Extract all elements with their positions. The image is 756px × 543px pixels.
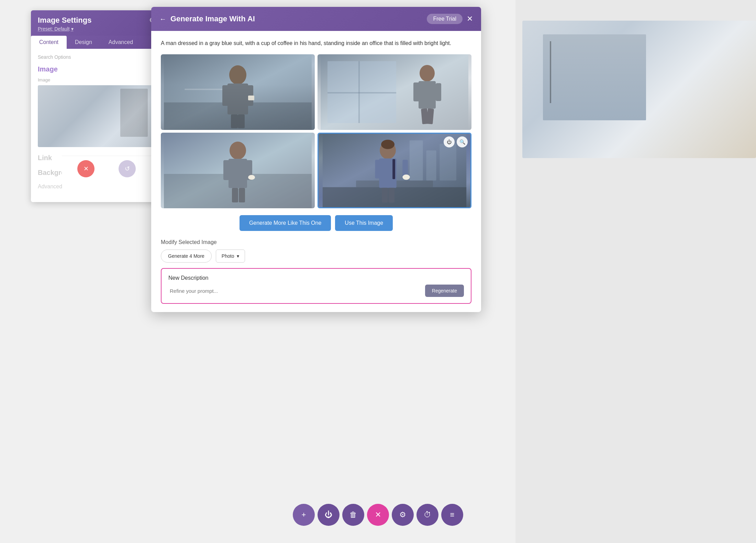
svg-rect-5 [222, 85, 229, 106]
float-menu-button[interactable]: ≡ [441, 504, 463, 526]
close-button[interactable]: ✕ [467, 14, 473, 23]
back-arrow-icon[interactable]: ← [159, 15, 166, 23]
svg-point-3 [229, 65, 246, 85]
person-svg-2 [318, 54, 471, 130]
advanced-section-title: Advanced [38, 184, 155, 190]
svg-rect-2 [164, 102, 312, 130]
svg-rect-40 [375, 160, 381, 178]
undo-button[interactable]: ↺ [119, 160, 136, 177]
svg-rect-25 [223, 160, 230, 180]
prompt-text: A man dressed in a gray blue suit, with … [161, 39, 471, 47]
svg-point-27 [248, 175, 255, 180]
settings-preset[interactable]: Preset: Default ▾ [38, 26, 155, 32]
generate-4-button[interactable]: Generate 4 More [161, 250, 212, 263]
image-preview[interactable] [38, 85, 155, 147]
svg-rect-35 [440, 144, 456, 180]
svg-rect-28 [232, 188, 238, 202]
svg-rect-24 [229, 159, 247, 188]
svg-rect-44 [388, 188, 394, 203]
svg-rect-29 [239, 188, 245, 202]
svg-rect-39 [392, 159, 395, 179]
generate-more-button[interactable]: Generate More Like This One [240, 215, 331, 231]
float-power-button[interactable]: ⏻ [318, 504, 340, 526]
modify-section: Modify Selected Image Generate 4 More Ph… [161, 239, 471, 263]
float-timer-button[interactable]: ⏱ [416, 504, 438, 526]
new-desc-title: New Description [168, 275, 464, 281]
float-settings-button[interactable]: ⚙ [392, 504, 414, 526]
desc-input-row: Regenerate [168, 285, 464, 297]
regenerate-button[interactable]: Regenerate [425, 285, 464, 297]
person-svg-1 [161, 54, 315, 130]
new-description-section: New Description Regenerate [161, 268, 471, 304]
grid-cell-3[interactable] [161, 133, 315, 208]
ai-modal-header: ← Generate Image With AI Free Trial ✕ [151, 7, 481, 31]
cell-4-icons: ⏻ 🔍 [444, 136, 468, 147]
background-panel [515, 0, 756, 543]
bottom-toolbar: ✕ ↺ ↻ [62, 156, 162, 181]
svg-rect-34 [426, 151, 436, 181]
cell-zoom-icon[interactable]: 🔍 [457, 136, 468, 147]
search-options: Search Options [38, 54, 155, 60]
header-right: Free Trial ✕ [427, 14, 473, 24]
modify-controls: Generate 4 More Photo ▾ [161, 250, 471, 263]
image-section-title: Image [38, 65, 155, 73]
image-grid: ⏻ 🔍 [161, 54, 471, 208]
svg-rect-9 [248, 96, 254, 100]
float-toolbar: + ⏻ 🗑 ✕ ⚙ ⏱ ≡ [293, 504, 463, 526]
settings-header: Image Settings ⚙ Preset: Default ▾ [31, 10, 162, 36]
grid-cell-4[interactable]: ⏻ 🔍 [318, 133, 471, 208]
svg-rect-7 [231, 114, 238, 128]
float-add-button[interactable]: + [293, 504, 315, 526]
svg-rect-1 [185, 89, 246, 90]
svg-point-42 [402, 175, 410, 180]
style-select[interactable]: Photo ▾ [216, 250, 245, 263]
svg-rect-4 [227, 84, 248, 114]
grid-cell-1[interactable] [161, 54, 315, 130]
settings-title-text: Image Settings [38, 16, 91, 25]
person-svg-3 [161, 133, 315, 208]
action-row: Generate More Like This One Use This Ima… [161, 215, 471, 231]
ai-modal-title: Generate Image With AI [170, 14, 255, 23]
description-input[interactable] [168, 285, 422, 297]
cell-power-icon[interactable]: ⏻ [444, 136, 455, 147]
background-office-image [522, 21, 756, 158]
float-delete-button[interactable]: 🗑 [342, 504, 364, 526]
svg-rect-18 [436, 83, 441, 101]
settings-panel: Image Settings ⚙ Preset: Default ▾ Conte… [31, 10, 162, 202]
image-label: Image [38, 77, 155, 82]
settings-title-row: Image Settings ⚙ [38, 16, 155, 25]
ai-modal-body: A man dressed in a gray blue suit, with … [151, 31, 481, 312]
float-close-button[interactable]: ✕ [367, 504, 389, 526]
settings-tabs: Content Design Advanced [31, 36, 162, 49]
svg-rect-33 [410, 140, 423, 180]
tab-advanced[interactable]: Advanced [100, 36, 141, 49]
svg-point-15 [420, 65, 435, 81]
svg-rect-16 [419, 81, 436, 109]
cancel-button[interactable]: ✕ [77, 160, 94, 177]
svg-rect-43 [382, 188, 388, 203]
ai-modal-title-area: ← Generate Image With AI [159, 14, 255, 23]
svg-rect-14 [327, 92, 396, 93]
free-trial-badge[interactable]: Free Trial [427, 14, 463, 24]
modify-title: Modify Selected Image [161, 239, 471, 245]
svg-rect-8 [238, 114, 245, 128]
svg-point-23 [230, 142, 246, 159]
tab-design[interactable]: Design [67, 36, 100, 49]
grid-cell-2[interactable] [318, 54, 471, 130]
grid-image-2 [318, 54, 471, 130]
use-image-button[interactable]: Use This Image [335, 215, 393, 231]
svg-rect-17 [413, 82, 420, 101]
grid-image-1 [161, 54, 315, 130]
svg-rect-6 [246, 85, 253, 106]
tab-content[interactable]: Content [31, 36, 67, 49]
svg-point-37 [381, 140, 394, 149]
grid-image-3 [161, 133, 315, 208]
ai-modal: ← Generate Image With AI Free Trial ✕ A … [151, 7, 481, 312]
